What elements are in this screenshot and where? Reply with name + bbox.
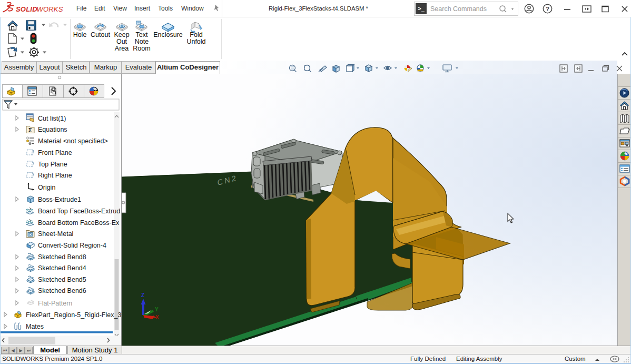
svg-text:WORKS: WORKS [37, 5, 63, 13]
svg-text:Z: Z [141, 292, 144, 298]
svg-text:Flat-Pattern: Flat-Pattern [38, 300, 72, 307]
svg-text:FlexPart_Region-5_Rigid-Flex_3: FlexPart_Region-5_Rigid-Flex_3 [26, 311, 121, 319]
svg-text:Convert-Solid Region-4: Convert-Solid Region-4 [38, 242, 106, 249]
svg-text:Y: Y [155, 307, 159, 312]
svg-text:Material <not specified>: Material <not specified> [38, 137, 108, 145]
svg-text:X: X [155, 314, 159, 320]
svg-text:Top Plane: Top Plane [38, 161, 67, 168]
svg-text:Right Plane: Right Plane [38, 172, 72, 179]
svg-text:Board Top FaceBoss-Extrud: Board Top FaceBoss-Extrud [38, 208, 120, 215]
svg-text:Cut list(1): Cut list(1) [38, 115, 66, 122]
svg-text:?: ? [546, 6, 549, 12]
svg-text:Boss-Extrude1: Boss-Extrude1 [38, 196, 81, 203]
svg-text:Sketched Bend4: Sketched Bend4 [38, 264, 86, 272]
svg-text:Front Plane: Front Plane [38, 149, 72, 156]
svg-text:Origin: Origin [38, 184, 55, 191]
svg-text:Board Bottom FaceBoss-Ex: Board Bottom FaceBoss-Ex [38, 219, 120, 227]
svg-text:Equations: Equations [38, 126, 67, 133]
svg-text:Σ: Σ [28, 127, 32, 133]
svg-text:Sketched Bend5: Sketched Bend5 [38, 276, 86, 283]
svg-text:SOLID: SOLID [16, 5, 37, 13]
svg-text:Sketched Bend8: Sketched Bend8 [38, 253, 86, 261]
svg-text:Mates: Mates [26, 323, 44, 330]
svg-text:Sheet-Metal: Sheet-Metal [38, 230, 73, 238]
svg-text:Sketched Bend6: Sketched Bend6 [38, 287, 86, 294]
